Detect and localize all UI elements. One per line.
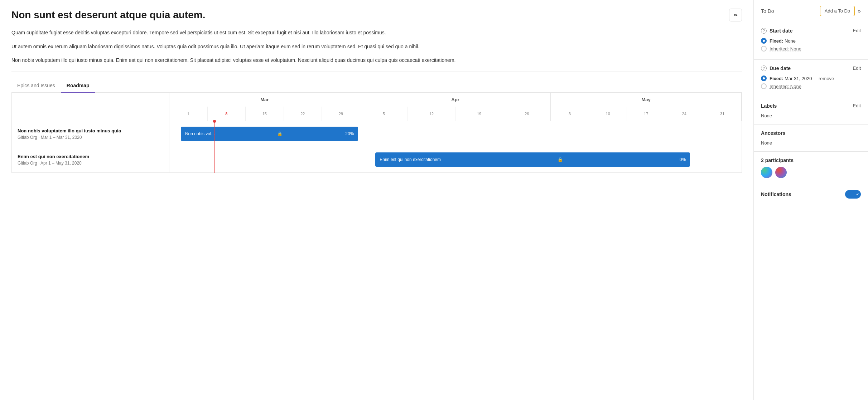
roadmap-labels: Non nobis voluptatem illo qui iusto minu… [12,93,169,173]
start-date-inherited-option: Inherited: None [761,46,861,52]
avatar-1 [761,167,772,178]
due-date-fixed-option: Fixed: Mar 31, 2020 – remove [761,75,861,81]
chart-day-apr-19: 19 [455,107,503,121]
roadmap-label-header [12,93,169,121]
description-1: Quam cupiditate fugiat esse debitis volu… [11,29,742,36]
due-date-fixed-value: Fixed: Mar 31, 2020 – remove [770,76,834,81]
avatar-2 [775,167,787,178]
edit-title-button[interactable]: ✏ [729,9,742,21]
due-date-remove-link[interactable]: remove [819,76,834,81]
roadmap-row-1: Non nobis voluptatem illo qui iusto minu… [12,121,169,147]
chart-day-apr-12: 12 [408,107,455,121]
due-date-edit-link[interactable]: Edit [853,65,861,71]
participants-label: 2 participants [761,157,861,163]
add-todo-button[interactable]: Add a To Do [820,6,855,16]
chart-day-mar-15: 15 [246,107,284,121]
chart-day-mar-29: 29 [322,107,360,121]
roadmap-row-2-title: Enim est qui non exercitationem [18,154,163,159]
chart-day-mar-22: 22 [284,107,322,121]
roadmap-container: Non nobis voluptatem illo qui iusto minu… [11,93,742,173]
expand-button[interactable]: » [858,8,861,14]
labels-row: Labels Edit [761,103,861,109]
bar-2-label: Enim est qui non exercitationem [380,157,441,162]
chart-day-apr-5: 5 [360,107,408,121]
chart-day-mar-8: 8 [208,107,246,121]
bar-1-percent: 20% [345,131,354,136]
due-date-fixed-radio[interactable] [761,75,767,81]
chart-day-group-mar: 1 8 15 22 29 [169,107,360,121]
start-date-row: ? Start date Edit [761,28,861,34]
due-date-help-icon[interactable]: ? [761,65,767,71]
roadmap-row-2: Enim est qui non exercitationem Gitlab O… [12,147,169,173]
pencil-icon: ✏ [734,13,738,18]
roadmap-row-2-sub: Gitlab Org · Apr 1 – May 31, 2020 [18,161,163,166]
start-date-fixed-radio[interactable] [761,38,767,44]
avatars [761,167,861,178]
bar-1-label: Non nobis vol... [185,131,215,136]
lock-icon-1: 🔒 [277,131,283,136]
divider [11,72,742,72]
chart-months: Mar Apr May [169,93,742,107]
chart-rows: Non nobis vol... 🔒 20% Enim est qui non … [169,121,742,173]
chart-month-may: May [551,93,742,107]
roadmap-bar-1[interactable]: Non nobis vol... 🔒 20% [181,127,358,141]
chart-month-mar: Mar [169,93,360,107]
chart-row-1: Non nobis vol... 🔒 20% [169,121,742,147]
roadmap-grid: Non nobis voluptatem illo qui iusto minu… [12,93,742,173]
start-date-edit-link[interactable]: Edit [853,28,861,33]
ancestors-row: Ancestors [761,130,861,136]
lock-icon-2: 🔒 [558,157,563,162]
due-date-inherited-value: Inherited: None [770,84,801,89]
bar-2-percent: 0% [680,157,686,162]
start-date-inherited-value: Inherited: None [770,46,801,52]
right-panel: To Do Add a To Do » ? Start date Edit Fi… [753,0,868,400]
chart-day-group-may: 3 10 17 24 31 [551,107,742,121]
start-date-label: Start date [770,28,793,34]
tab-roadmap[interactable]: Roadmap [61,79,95,93]
roadmap-row-1-sub: Gitlab Org · Mar 1 – Mar 31, 2020 [18,135,163,140]
notifications-section: Notifications [754,184,868,204]
ancestors-section: Ancestors None [754,125,868,152]
tab-epics-and-issues[interactable]: Epics and Issues [11,79,61,93]
start-date-help-icon[interactable]: ? [761,28,767,34]
title-row: Non sunt est deserunt atque quia autem. … [11,9,742,21]
roadmap-bar-2[interactable]: Enim est qui non exercitationem 🔒 0% [375,152,690,167]
dash-separator: – [813,76,817,81]
due-date-row: ? Due date Edit [761,65,861,71]
start-date-section: ? Start date Edit Fixed: None Inherited:… [754,22,868,60]
page-title: Non sunt est deserunt atque quia autem. [11,9,723,21]
participants-section: 2 participants [754,152,868,184]
chart-day-may-10: 10 [589,107,627,121]
chart-day-may-17: 17 [627,107,665,121]
labels-section: Labels Edit None [754,97,868,125]
labels-value: None [761,113,861,118]
todo-label: To Do [761,8,774,14]
chart-day-apr-26: 26 [503,107,550,121]
chart-month-apr: Apr [360,93,551,107]
chart-row-2: Enim est qui non exercitationem 🔒 0% [169,147,742,173]
tabs: Epics and Issues Roadmap [11,79,742,93]
chart-days: 1 8 15 22 29 5 12 19 26 [169,107,742,121]
start-date-fixed-option: Fixed: None [761,38,861,44]
start-date-fixed-value: Fixed: None [770,38,796,44]
labels-label: Labels [761,103,777,109]
today-line [214,121,215,173]
description-2: Ut autem omnis ex rerum aliquam laborios… [11,43,742,50]
roadmap-row-1-title: Non nobis voluptatem illo qui iusto minu… [18,128,163,133]
chart-day-mar-1: 1 [169,107,208,121]
start-date-inherited-radio[interactable] [761,46,767,52]
due-date-section: ? Due date Edit Fixed: Mar 31, 2020 – re… [754,60,868,97]
description-3: Non nobis voluptatem illo qui iusto minu… [11,56,742,64]
due-date-inherited-option: Inherited: None [761,83,861,89]
chart-day-may-3: 3 [551,107,589,121]
today-dot [213,120,216,123]
notifications-toggle[interactable] [845,190,861,199]
chart-day-may-31: 31 [703,107,741,121]
due-date-inherited-radio[interactable] [761,83,767,89]
todo-row: To Do Add a To Do » [761,6,861,16]
chart-day-may-24: 24 [665,107,704,121]
labels-edit-link[interactable]: Edit [853,103,861,108]
ancestors-label: Ancestors [761,130,785,136]
chart-day-group-apr: 5 12 19 26 [360,107,551,121]
todo-section: To Do Add a To Do » [754,0,868,22]
